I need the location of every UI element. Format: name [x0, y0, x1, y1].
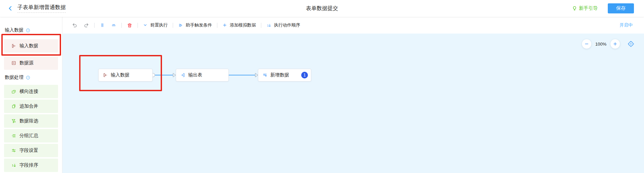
node-label: 新增数据 — [270, 72, 289, 78]
header-right: 新手引导 保存 — [570, 3, 644, 13]
play-condition-icon — [178, 23, 183, 28]
sidebar-item-label: 数据筛选 — [19, 118, 38, 124]
undo-icon — [72, 22, 77, 28]
sidebar-item-field-settings[interactable]: 字段设置 — [4, 144, 58, 157]
app-root: 子表单新增普通数据 表单数据提交 新手引导 保存 输入数据 ? — [0, 0, 644, 173]
flow-node-add-data[interactable]: 新增数据 1 — [258, 69, 311, 81]
flow-node-output-table[interactable]: 输出表 — [176, 69, 229, 81]
align-horizontal-button[interactable] — [111, 22, 116, 28]
add-mock-data-label: 添加模拟数据 — [230, 22, 256, 28]
center-title: 表单数据提交 — [306, 5, 338, 12]
sidebar-item-label: 字段设置 — [19, 148, 38, 154]
flow-connectors — [62, 34, 644, 173]
data-source-icon — [11, 60, 16, 66]
node-label: 输入数据 — [111, 72, 129, 78]
zoom-controls: 100% — [582, 39, 635, 49]
flow-canvas[interactable]: 输入数据 输出表 新增数据 1 100% — [62, 34, 644, 173]
beginner-guide-link[interactable]: 新手引导 — [570, 5, 600, 12]
sidebar-item-horizontal-join[interactable]: 横向连接 — [4, 85, 58, 98]
header-left: 子表单新增普通数据 — [0, 4, 66, 13]
chevron-down-icon — [143, 23, 148, 27]
section-title-text: 输入数据 — [5, 27, 23, 33]
field-settings-icon — [11, 148, 16, 153]
pre-execute-button[interactable]: 前置执行 — [143, 22, 168, 28]
svg-text:1: 1 — [12, 164, 13, 167]
pre-execute-label: 前置执行 — [150, 22, 168, 28]
redo-icon — [84, 22, 89, 28]
plus-icon — [613, 42, 618, 46]
page-title[interactable]: 子表单新增普通数据 — [17, 4, 66, 13]
node-palette-sidebar: 输入数据 ? 输入数据 数据源 数据处理 ? — [0, 17, 62, 173]
delete-icon — [127, 22, 132, 28]
question-circle-icon[interactable]: ? — [25, 75, 31, 80]
node-count-badge: 1 — [301, 72, 308, 78]
align-horizontal-icon — [111, 22, 116, 28]
sidebar-item-group-summary[interactable]: 分组汇总 — [4, 129, 58, 142]
sidebar-item-label: 数据源 — [19, 60, 34, 66]
crosshair-icon — [627, 40, 635, 48]
append-merge-icon — [11, 104, 16, 109]
sidebar-item-data-filter[interactable]: 数据筛选 — [4, 114, 58, 128]
data-filter-icon — [11, 118, 16, 124]
sidebar-item-label: 追加合并 — [19, 103, 38, 109]
back-button[interactable] — [7, 5, 13, 11]
lightbulb-icon — [572, 6, 577, 11]
toolbar-divider — [261, 23, 261, 28]
flow-node-input-data[interactable]: 输入数据 — [98, 69, 153, 81]
sidebar-item-input-data[interactable]: 输入数据 — [4, 39, 58, 53]
section-title-text: 数据处理 — [5, 74, 23, 80]
question-circle-icon[interactable]: ? — [25, 28, 31, 33]
add-data-icon — [262, 72, 268, 78]
zoom-level-label: 100% — [595, 42, 606, 47]
assistant-trigger-button[interactable]: 助手触发条件 — [178, 22, 212, 28]
svg-text:?: ? — [28, 76, 29, 78]
status-enabled[interactable]: 开启中 — [618, 22, 635, 28]
svg-text:?: ? — [28, 29, 29, 31]
canvas-toolbar: 前置执行 助手触发条件 添加模拟数据 1 执行动作顺序 开启中 — [62, 17, 644, 34]
minus-icon — [584, 42, 589, 46]
action-order-button[interactable]: 1 执行动作顺序 — [266, 22, 300, 28]
chevron-left-icon — [7, 5, 13, 11]
add-mock-data-button[interactable]: 添加模拟数据 — [222, 22, 256, 28]
toolbar-divider — [138, 23, 138, 28]
redo-button[interactable] — [84, 22, 89, 28]
toolbar-divider — [121, 23, 122, 28]
delete-button[interactable] — [127, 22, 132, 28]
sidebar-item-data-source[interactable]: 数据源 — [4, 56, 58, 70]
node-label: 输出表 — [188, 72, 202, 78]
sidebar-item-append-merge[interactable]: 追加合并 — [4, 100, 58, 113]
align-vertical-button[interactable] — [100, 22, 105, 28]
action-order-label: 执行动作顺序 — [274, 22, 300, 28]
horizontal-join-icon — [11, 89, 16, 94]
toolbar-divider — [94, 23, 95, 28]
sidebar-item-label: 字段排序 — [19, 162, 38, 168]
section-title-processing: 数据处理 ? — [5, 74, 58, 81]
sort-order-icon: 1 — [266, 23, 271, 28]
field-sort-icon: 1 — [11, 163, 16, 168]
data-import-icon — [11, 43, 16, 49]
plus-icon — [222, 23, 227, 27]
section-title-input: 输入数据 ? — [5, 27, 58, 34]
sidebar-item-field-sort[interactable]: 1 字段排序 — [4, 159, 58, 172]
output-table-icon — [180, 72, 185, 78]
undo-button[interactable] — [72, 22, 77, 28]
align-vertical-icon — [100, 22, 105, 28]
sidebar-item-label: 横向连接 — [19, 89, 38, 95]
sidebar-item-label: 输入数据 — [19, 43, 38, 49]
toolbar-divider — [217, 23, 217, 28]
zoom-out-button[interactable] — [582, 39, 591, 49]
data-import-icon — [103, 72, 108, 78]
locate-center-button[interactable] — [627, 40, 635, 48]
assistant-trigger-label: 助手触发条件 — [186, 22, 212, 28]
group-summary-icon — [11, 133, 16, 138]
guide-label: 新手引导 — [579, 5, 598, 11]
save-button[interactable]: 保存 — [608, 3, 634, 13]
sidebar-item-label: 分组汇总 — [19, 133, 38, 139]
svg-text:1: 1 — [267, 23, 269, 27]
header: 子表单新增普通数据 表单数据提交 新手引导 保存 — [0, 0, 644, 17]
toolbar-divider — [173, 23, 173, 28]
zoom-in-button[interactable] — [610, 39, 620, 49]
